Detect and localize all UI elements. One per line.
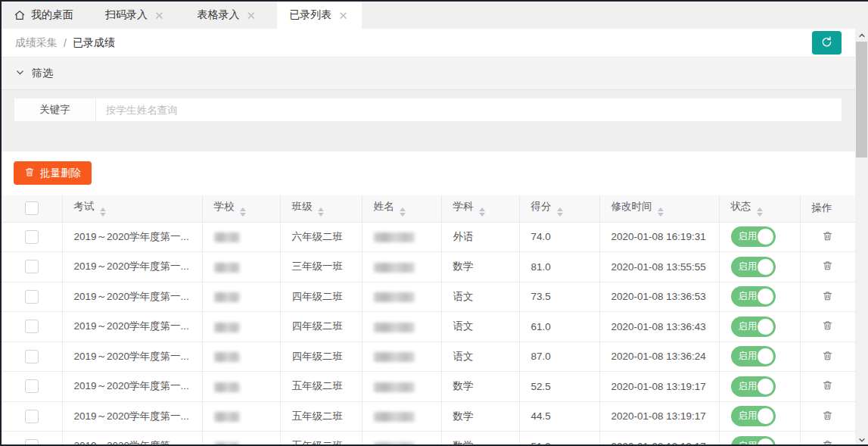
redacted-name-value bbox=[374, 263, 415, 273]
page-content: 成绩采集 / 已录成绩 筛选 关键字 bbox=[2, 29, 855, 446]
cell-exam: 2019～2020学年度第一... bbox=[62, 432, 202, 446]
row-checkbox[interactable] bbox=[25, 290, 39, 304]
cell-actions bbox=[800, 222, 855, 252]
vertical-scrollbar[interactable] bbox=[855, 29, 868, 446]
status-toggle[interactable]: 启用 bbox=[731, 436, 776, 446]
row-checkbox[interactable] bbox=[25, 379, 39, 393]
sort-icon[interactable] bbox=[400, 207, 406, 217]
cell-status: 启用 bbox=[719, 282, 800, 312]
sort-icon[interactable] bbox=[557, 207, 563, 217]
redacted-name-value bbox=[374, 232, 415, 242]
cell-subject: 语文 bbox=[441, 342, 519, 372]
cell-name bbox=[362, 342, 441, 372]
sort-icon[interactable] bbox=[100, 207, 106, 217]
breadcrumb-separator: / bbox=[64, 37, 67, 49]
delete-row-icon[interactable] bbox=[822, 439, 833, 446]
col-modified[interactable]: 修改时间 bbox=[599, 195, 719, 222]
tab-table-entry[interactable]: 表格录入 ✕ bbox=[185, 2, 270, 29]
filter-section-toggle[interactable]: 筛选 bbox=[2, 58, 855, 90]
col-score[interactable]: 得分 bbox=[519, 195, 599, 222]
redacted-name-value bbox=[374, 382, 415, 392]
table-row: 2019～2020学年度第一... 四年级二班 语文 73.5 2020-01-… bbox=[2, 282, 855, 312]
close-icon[interactable]: ✕ bbox=[245, 10, 258, 21]
row-checkbox[interactable] bbox=[25, 260, 39, 273]
status-toggle[interactable]: 启用 bbox=[731, 317, 776, 337]
cell-modified: 2020-01-08 13:19:17 bbox=[599, 401, 719, 432]
sort-icon[interactable] bbox=[318, 207, 324, 217]
tab-my-desktop[interactable]: 我的桌面 bbox=[2, 2, 86, 29]
cell-class: 六年级二班 bbox=[280, 222, 362, 252]
col-name[interactable]: 姓名 bbox=[362, 195, 441, 222]
delete-row-icon[interactable] bbox=[822, 350, 833, 361]
status-toggle[interactable]: 启用 bbox=[731, 406, 776, 426]
delete-row-icon[interactable] bbox=[822, 290, 833, 301]
redacted-school-value bbox=[214, 352, 240, 362]
status-label: 启用 bbox=[739, 410, 758, 423]
redacted-name-value bbox=[374, 412, 415, 422]
tab-label: 我的桌面 bbox=[31, 8, 73, 22]
status-toggle[interactable]: 启用 bbox=[731, 346, 776, 366]
cell-modified: 2020-01-08 16:19:31 bbox=[599, 222, 719, 252]
scrollbar-thumb[interactable] bbox=[856, 42, 867, 158]
delete-row-icon[interactable] bbox=[822, 379, 833, 391]
scroll-up-arrow[interactable] bbox=[855, 29, 868, 42]
col-subject[interactable]: 学科 bbox=[441, 195, 519, 222]
col-status[interactable]: 状态 bbox=[719, 195, 800, 222]
col-school[interactable]: 学校 bbox=[202, 195, 280, 222]
cell-subject: 数学 bbox=[441, 401, 519, 432]
cell-exam: 2019～2020学年度第一... bbox=[62, 312, 202, 342]
status-toggle[interactable]: 启用 bbox=[731, 257, 776, 277]
toggle-knob bbox=[758, 259, 773, 275]
breadcrumb-parent[interactable]: 成绩采集 bbox=[15, 36, 58, 50]
row-checkbox[interactable] bbox=[25, 230, 39, 244]
delete-row-icon[interactable] bbox=[822, 410, 833, 421]
sort-icon[interactable] bbox=[479, 207, 485, 217]
status-toggle[interactable]: 启用 bbox=[731, 226, 776, 247]
breadcrumb: 成绩采集 / 已录成绩 bbox=[15, 36, 115, 50]
status-toggle[interactable]: 启用 bbox=[731, 286, 776, 307]
keyword-input[interactable] bbox=[96, 98, 842, 121]
select-all-checkbox[interactable] bbox=[25, 201, 39, 215]
tab-recorded-list[interactable]: 已录列表 ✕ bbox=[277, 2, 362, 29]
close-icon[interactable]: ✕ bbox=[337, 10, 350, 21]
batch-delete-button[interactable]: 批量删除 bbox=[14, 161, 92, 185]
redacted-school-value bbox=[214, 412, 240, 422]
batch-delete-label: 批量删除 bbox=[40, 167, 81, 180]
cell-actions bbox=[800, 342, 855, 372]
cell-school bbox=[202, 401, 280, 432]
sort-icon[interactable] bbox=[240, 207, 246, 217]
cell-score: 52.5 bbox=[519, 372, 599, 402]
scores-table: 考试 学校 班级 姓名 学科 得分 修改时间 状态 操作 2019～2020学年… bbox=[2, 195, 855, 446]
tab-scan-entry[interactable]: 扫码录入 ✕ bbox=[93, 2, 178, 29]
sort-icon[interactable] bbox=[658, 207, 664, 217]
table-body: 2019～2020学年度第一... 六年级二班 外语 74.0 2020-01-… bbox=[2, 222, 855, 446]
row-checkbox[interactable] bbox=[25, 350, 39, 363]
cell-subject: 数学 bbox=[441, 432, 519, 446]
status-toggle[interactable]: 启用 bbox=[731, 376, 776, 397]
redacted-school-value bbox=[214, 442, 240, 446]
table-row: 2019～2020学年度第一... 五年级二班 数学 44.5 2020-01-… bbox=[2, 401, 855, 432]
cell-class: 三年级一班 bbox=[280, 252, 362, 282]
cell-actions bbox=[800, 372, 855, 402]
redacted-school-value bbox=[214, 382, 240, 392]
row-checkbox[interactable] bbox=[25, 320, 39, 333]
delete-row-icon[interactable] bbox=[822, 260, 833, 271]
table-row: 2019～2020学年度第一... 四年级二班 语文 61.0 2020-01-… bbox=[2, 312, 855, 342]
redacted-school-value bbox=[214, 263, 240, 273]
col-exam[interactable]: 考试 bbox=[62, 195, 202, 222]
cell-modified: 2020-01-08 13:36:24 bbox=[599, 342, 719, 372]
col-class[interactable]: 班级 bbox=[280, 195, 362, 222]
cell-actions bbox=[800, 401, 855, 432]
delete-row-icon[interactable] bbox=[822, 230, 833, 242]
sort-icon[interactable] bbox=[757, 207, 763, 217]
row-checkbox[interactable] bbox=[25, 439, 39, 446]
close-icon[interactable]: ✕ bbox=[153, 10, 166, 21]
refresh-button[interactable] bbox=[812, 31, 842, 55]
row-checkbox[interactable] bbox=[25, 410, 39, 423]
scroll-down-arrow[interactable] bbox=[855, 433, 868, 446]
redacted-name-value bbox=[374, 292, 415, 302]
cell-name bbox=[362, 401, 441, 432]
table-row: 2019～2020学年度第一... 三年级一班 数学 81.0 2020-01-… bbox=[2, 252, 855, 282]
cell-subject: 语文 bbox=[441, 282, 519, 312]
delete-row-icon[interactable] bbox=[822, 320, 833, 331]
